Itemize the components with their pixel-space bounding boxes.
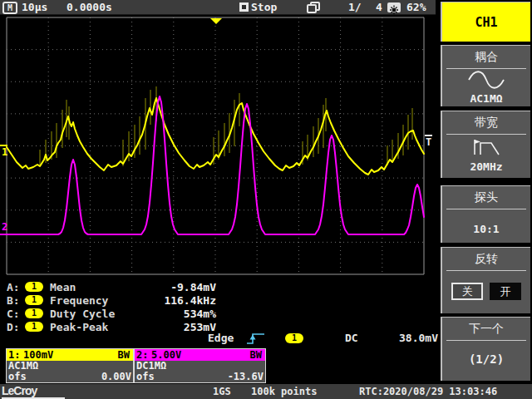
- trigger-level-value: 38.0mV: [391, 332, 438, 344]
- measurement-name: Duty Cycle: [50, 308, 115, 320]
- channel-offset-row: ofs 0.00V: [8, 372, 131, 382]
- ch2-level-marker[interactable]: 2: [2, 222, 7, 232]
- measurement-slot: A:: [7, 281, 20, 293]
- softkey-label: 探头: [442, 190, 530, 205]
- rtc-clock: RTC:2020/08/29 13:03:46: [359, 386, 497, 397]
- channel-offset-row: ofs -13.6V: [136, 372, 264, 382]
- separator: [446, 68, 526, 69]
- channel1-header: 1: 100mV BW: [7, 349, 133, 361]
- channel2-info-box[interactable]: 2: 5.00V BW DC1MΩ ofs -13.6V: [134, 348, 266, 383]
- channel1-info-box[interactable]: 1: 100mV BW AC1MΩ ofs 0.00V: [6, 348, 134, 383]
- trigger-level-marker[interactable]: T: [426, 137, 431, 147]
- channel-offset-value: -13.6V: [228, 372, 264, 382]
- measurement-row-d: D: 1 Peak-Peak 253mV: [7, 321, 223, 334]
- trigger-summary-bar[interactable]: Edge 1 DC 38.0mV: [204, 332, 441, 345]
- softkey-value: 20MHz: [442, 160, 530, 173]
- bottom-status-bar: LeCroy 1GS 100k points RTC:2020/08/29 13…: [0, 384, 532, 399]
- measurement-value: 534m%: [115, 308, 216, 320]
- channel-scale: 5.00V: [151, 349, 181, 361]
- edge-icon: [246, 332, 268, 345]
- softkey-ch1-title[interactable]: CH1: [441, 2, 530, 42]
- separator: [446, 134, 526, 135]
- measurement-slot: D:: [7, 321, 20, 333]
- softkey-bandwidth[interactable]: 带宽 20MHz: [441, 111, 530, 178]
- sine-icon: [465, 71, 508, 89]
- trigger-position-marker: [210, 18, 222, 24]
- source-badge: 1: [25, 308, 43, 318]
- measurement-row-a: A: 1 Mean -9.84mV: [7, 281, 223, 294]
- softkey-label: 耦合: [442, 50, 530, 65]
- measurement-row-b: B: 1 Frequency 116.4kHz: [7, 294, 223, 308]
- ch1-level-marker[interactable]: 1: [2, 147, 7, 157]
- softkey-label: 反转: [442, 252, 530, 267]
- channel-label: 1:: [8, 349, 20, 361]
- softkey-panel: CH1 耦合 AC1MΩ 带宽 20MHz 探头 10:1 反转: [439, 0, 532, 384]
- softkey-coupling[interactable]: 耦合 AC1MΩ: [441, 45, 530, 106]
- softkey-value: 10:1: [442, 223, 530, 235]
- offset-label: ofs: [8, 371, 27, 382]
- measurement-value: 253mV: [115, 321, 216, 333]
- invert-off-option[interactable]: 关: [451, 283, 483, 300]
- trigger-source-badge: 1: [285, 333, 303, 343]
- measurement-value: -9.84mV: [115, 281, 216, 293]
- lecroy-logo: LeCroy: [2, 384, 65, 399]
- channel-offset-value: 0.00V: [101, 372, 131, 382]
- separator: [446, 209, 526, 209]
- source-badge: 1: [25, 322, 43, 332]
- measurement-name: Mean: [50, 281, 76, 293]
- softkey-probe[interactable]: 探头 10:1: [441, 185, 530, 243]
- bw-badge: BW: [250, 349, 262, 361]
- softkey-next-page[interactable]: 下一个 (1/2): [441, 317, 530, 381]
- channel-label: 2:: [136, 349, 148, 361]
- measurement-slot: C:: [7, 308, 20, 320]
- source-badge: 1: [25, 295, 43, 305]
- softkey-invert[interactable]: 反转 关开: [441, 247, 530, 313]
- trigger-type-label: Edge: [208, 332, 234, 344]
- measurement-name: Frequency: [50, 294, 108, 307]
- separator: [446, 340, 526, 341]
- separator: [446, 270, 526, 271]
- measurement-slot: B:: [7, 294, 20, 307]
- lowpass-icon: [468, 137, 505, 157]
- measurement-row-c: C: 1 Duty Cycle 534m%: [7, 308, 223, 321]
- softkey-value: AC1MΩ: [442, 92, 530, 105]
- offset-label: ofs: [136, 371, 155, 382]
- bw-badge: BW: [118, 349, 130, 361]
- measurement-name: Peak-Peak: [50, 321, 108, 333]
- sample-rate: 1GS: [213, 386, 231, 397]
- channel-scale: 100mV: [23, 349, 53, 361]
- trigger-coupling: DC: [345, 332, 358, 344]
- invert-on-option[interactable]: 开: [490, 283, 521, 300]
- oscilloscope-screen: 1 2 T M 10μs 0.0000s Stop 1/ 4 62%: [0, 0, 532, 399]
- source-badge: 1: [25, 282, 43, 292]
- measurement-value: 116.4kHz: [115, 294, 216, 307]
- softkey-label: 带宽: [442, 116, 530, 131]
- record-length: 100k points: [251, 386, 317, 397]
- softkey-label: 下一个: [442, 322, 530, 337]
- softkey-value: (1/2): [442, 352, 530, 366]
- channel2-header: 2: 5.00V BW: [135, 349, 265, 361]
